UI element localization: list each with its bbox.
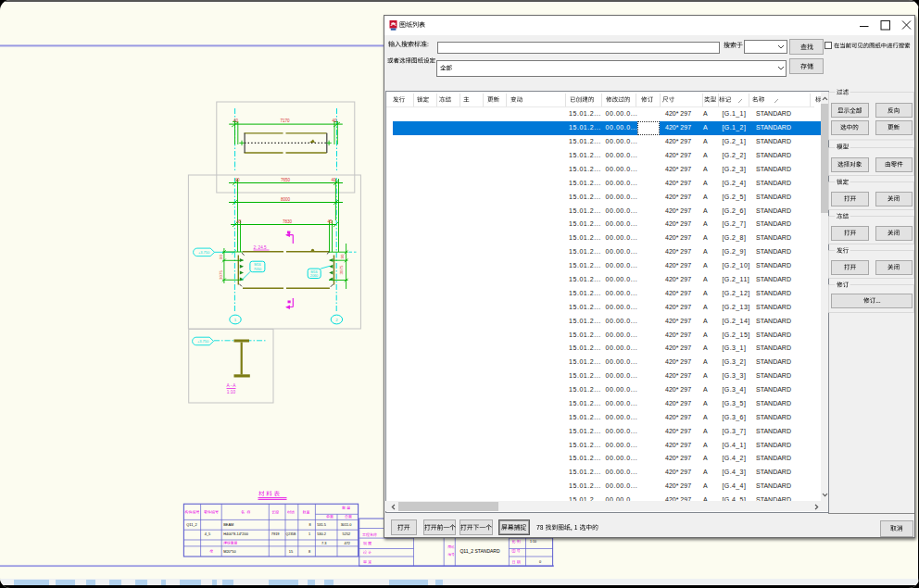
svg-text:H400*8-14*200: H400*8-14*200 bbox=[223, 532, 248, 536]
svg-text:2060: 2060 bbox=[310, 274, 318, 278]
svg-text:M20*50: M20*50 bbox=[223, 549, 236, 554]
svg-text:1: 1 bbox=[234, 318, 237, 322]
svg-text:7170: 7170 bbox=[280, 119, 290, 123]
svg-text:90: 90 bbox=[340, 254, 345, 258]
svg-text:M16: M16 bbox=[254, 263, 260, 267]
svg-text:8000: 8000 bbox=[281, 197, 291, 202]
svg-text:40: 40 bbox=[234, 178, 240, 182]
svg-text:M16: M16 bbox=[310, 270, 317, 274]
svg-text:45: 45 bbox=[327, 219, 333, 224]
svg-text:45: 45 bbox=[236, 219, 242, 224]
svg-text:15: 15 bbox=[289, 549, 293, 554]
svg-text:Q11_2 STANDARD: Q11_2 STANDARD bbox=[460, 548, 500, 554]
svg-text:3075: 3075 bbox=[339, 265, 344, 274]
svg-text:7919: 7919 bbox=[271, 532, 280, 536]
svg-text:4_5: 4_5 bbox=[205, 532, 211, 536]
svg-text:531.5: 531.5 bbox=[317, 522, 326, 527]
svg-text:5252: 5252 bbox=[343, 532, 351, 536]
svg-text:1: 1 bbox=[308, 532, 310, 536]
svg-text:40: 40 bbox=[233, 119, 239, 123]
svg-text:+3.750: +3.750 bbox=[198, 250, 210, 255]
svg-text:0: 0 bbox=[539, 559, 542, 564]
svg-text:7.3: 7.3 bbox=[321, 541, 326, 545]
svg-text:8: 8 bbox=[308, 522, 310, 527]
svg-text:7050: 7050 bbox=[254, 268, 261, 271]
svg-text:3075: 3075 bbox=[219, 270, 223, 280]
svg-text:BEAM: BEAM bbox=[223, 522, 233, 527]
svg-text:1:10: 1:10 bbox=[530, 540, 536, 544]
svg-text:7830: 7830 bbox=[283, 219, 293, 224]
svg-text:2: 2 bbox=[335, 318, 338, 322]
svg-text:40: 40 bbox=[331, 178, 336, 182]
svg-text:3011.0: 3011.0 bbox=[341, 522, 352, 527]
svg-text:+3.750: +3.750 bbox=[197, 339, 209, 344]
svg-text:40: 40 bbox=[332, 119, 337, 123]
svg-text:472: 472 bbox=[345, 541, 351, 545]
svg-text:90: 90 bbox=[219, 255, 223, 259]
svg-text:Q235B: Q235B bbox=[286, 532, 296, 536]
svg-text:7650: 7650 bbox=[281, 178, 291, 182]
svg-text:Q11_2: Q11_2 bbox=[186, 522, 196, 527]
svg-text:A - A: A - A bbox=[226, 383, 236, 388]
svg-text:1:10: 1:10 bbox=[227, 390, 236, 394]
svg-text:530.2: 530.2 bbox=[317, 532, 326, 536]
svg-text:8: 8 bbox=[308, 549, 310, 554]
svg-text:2: 24.5: 2: 24.5 bbox=[254, 245, 267, 250]
